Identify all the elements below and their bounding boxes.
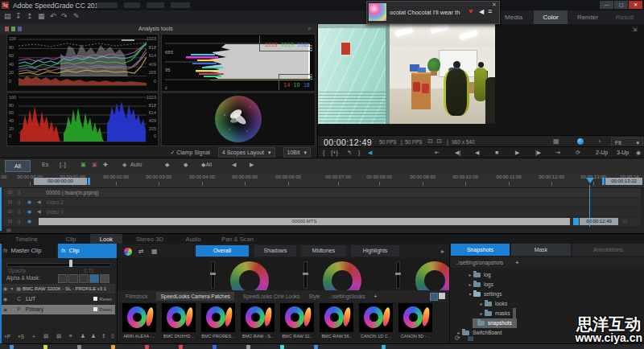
color-wheel-midtones[interactable] (323, 261, 361, 290)
in-point-marker[interactable]: 00:00:00:00 (34, 178, 87, 185)
export-icon[interactable] (27, 13, 33, 20)
reset-button[interactable]: Reset (93, 305, 112, 314)
add-primary-button[interactable]: +P (4, 334, 10, 339)
scopes-layout-dropdown[interactable]: 4 Scopes Layout (218, 147, 275, 158)
loop-icon[interactable] (576, 150, 580, 155)
more-ranges-icon[interactable] (441, 248, 444, 255)
undo-icon[interactable] (50, 13, 56, 20)
snapshot-icon[interactable] (38, 13, 45, 20)
lock-icon[interactable] (18, 219, 20, 224)
add-secondary-button[interactable]: +S (18, 334, 24, 339)
taskbar-app-icon[interactable] (382, 345, 386, 349)
lock-icon[interactable] (18, 209, 20, 214)
auto-color-icon[interactable] (80, 334, 85, 339)
grid-overlay-icon[interactable] (553, 138, 559, 145)
layer-row-primary-selected[interactable]: PPrimary Reset (2, 305, 115, 314)
close-button[interactable] (629, 1, 642, 9)
next-keyframe-icon[interactable] (250, 162, 254, 167)
look-preset[interactable]: BMC RAW 32.. (279, 303, 316, 339)
prev-keyframe-icon[interactable] (232, 162, 236, 167)
add-keyframe-icon[interactable] (165, 162, 169, 167)
view-mode-icon[interactable] (430, 293, 438, 301)
step-forward-icon[interactable] (535, 150, 541, 155)
popup-close-icon[interactable] (492, 2, 497, 7)
link-icon[interactable] (80, 162, 86, 167)
keyframe-all-button[interactable]: All (201, 162, 212, 167)
audio-mute-icon[interactable] (368, 150, 372, 155)
tab-settings-looks[interactable]: ..\settings\looks (329, 294, 365, 299)
es-button[interactable]: Es (42, 162, 48, 167)
maximize-button[interactable] (614, 1, 628, 9)
visibility-eye-icon[interactable] (27, 209, 31, 214)
playhead-handle[interactable] (586, 178, 594, 187)
scope-mode-icon[interactable] (5, 27, 9, 31)
look-preset[interactable]: CANON 1D C .. (357, 303, 394, 339)
move-tool-icon[interactable] (103, 162, 108, 167)
video-viewport[interactable] (318, 24, 495, 124)
out-point-marker[interactable]: 00:00:13:22 (605, 178, 642, 185)
fullscreen-icon[interactable] (632, 27, 638, 33)
visibility-eye-icon[interactable] (27, 199, 31, 204)
expand-arrow-icon[interactable] (478, 311, 485, 316)
layer-eye-icon[interactable] (3, 286, 7, 291)
tab-camera-patches[interactable]: SpeedLooks Camera Patches (156, 292, 233, 301)
scope-mode-icon[interactable] (18, 27, 22, 31)
reset-button[interactable]: Reset (93, 294, 112, 304)
tree-item-looks[interactable]: looks (451, 299, 507, 309)
tab-snapshots[interactable]: Snapshots (451, 244, 510, 256)
taskbar-app-icon[interactable] (179, 345, 183, 349)
mask-mode-icon[interactable] (68, 274, 78, 283)
monitor-icon[interactable] (8, 190, 12, 195)
taskbar-app-icon[interactable] (348, 345, 352, 349)
audio-icon[interactable] (37, 199, 41, 204)
snapshot-camera-icon[interactable] (636, 150, 641, 155)
lock-icon[interactable] (18, 190, 20, 195)
color-wheel-highlights[interactable] (415, 261, 449, 290)
expand-arrow-icon[interactable] (467, 282, 473, 287)
menu-placeholder[interactable] (124, 2, 140, 8)
master-slider[interactable] (211, 261, 215, 289)
layer-row-profile[interactable]: BMC RAW 3200K - SL - PROFILE v3.1 (2, 284, 115, 294)
color-wheel-shadows[interactable] (230, 261, 269, 290)
color-wheel-icon[interactable] (124, 248, 132, 256)
range-overall-button[interactable]: Overall (196, 245, 249, 257)
in-point-cursor[interactable] (88, 178, 90, 185)
add-path-button[interactable]: + (515, 259, 519, 266)
set-in-icon[interactable] (323, 150, 324, 155)
taskbar-app-icon[interactable] (213, 345, 217, 349)
menu-placeholder[interactable] (147, 2, 164, 8)
taskbar-app-icon[interactable] (246, 345, 250, 349)
sync-stack-icon[interactable] (468, 335, 474, 342)
expand-arrow-icon[interactable] (467, 273, 473, 277)
unlink-icon[interactable] (92, 162, 97, 167)
tree-item-log[interactable]: log (451, 270, 491, 280)
opacity-slider[interactable] (6, 263, 111, 267)
color-sphere-icon[interactable] (577, 138, 584, 145)
look-preset[interactable]: BMC DNXHD .. (160, 303, 197, 339)
clip-monitor-icon[interactable] (623, 219, 627, 224)
visibility-eye-icon[interactable] (27, 219, 31, 224)
snapshots-path-tab[interactable]: ..\settings\snapshots (456, 260, 503, 265)
vectorscope[interactable] (161, 92, 316, 146)
collapse-arrow-icon[interactable] (467, 292, 473, 297)
mask-mode-icon[interactable] (89, 274, 99, 283)
clip-tab[interactable]: fxClip (58, 244, 117, 258)
scope-mode-icon[interactable] (11, 27, 15, 31)
goto-out-icon[interactable] (555, 150, 560, 155)
taskbar-app-icon[interactable] (280, 345, 284, 349)
tab-result[interactable]: Result (608, 10, 642, 24)
trash-icon[interactable] (111, 334, 114, 339)
tree-item-settings[interactable]: settings (451, 289, 502, 299)
timeline-ruler[interactable]: .00 00:00:00:00 00:00:01:00 00:00:02:00 … (0, 173, 644, 188)
add-layer-button[interactable]: + (32, 334, 35, 339)
music-player-popup[interactable]: ocolat Chocolat I'll wear th (366, 1, 500, 24)
range-brackets-button[interactable]: [..] (60, 162, 66, 167)
view-mode-icon[interactable] (439, 293, 445, 299)
tab-color[interactable]: Color (534, 10, 568, 24)
histogram-scope[interactable]: 1019 1019 1021 14 10 18 685 95 c (161, 34, 316, 92)
load-look-icon[interactable] (43, 334, 48, 339)
three-up-button[interactable]: 3-Up (617, 150, 629, 155)
sliders-mode-icon[interactable] (138, 248, 144, 255)
tab-annotations[interactable]: Annotations (572, 244, 644, 256)
layer-options-icon[interactable] (69, 334, 72, 339)
